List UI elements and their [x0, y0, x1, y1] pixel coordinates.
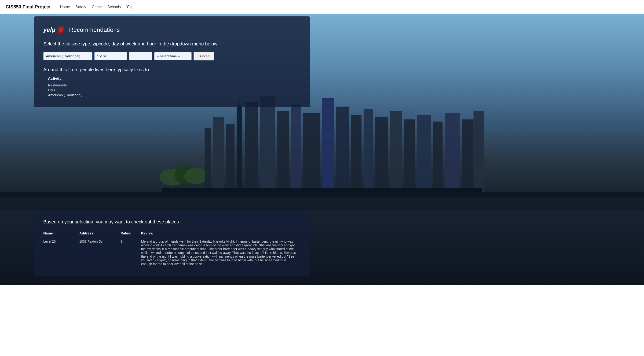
nav-item-crime[interactable]: Crime	[92, 5, 102, 9]
svg-rect-12	[291, 105, 301, 192]
col-header-rating: Rating	[120, 229, 141, 237]
cell-rating: 3	[120, 237, 141, 268]
svg-rect-10	[260, 96, 275, 192]
svg-rect-19	[390, 111, 402, 192]
yelp-header: yelp Recommendations	[43, 25, 301, 35]
col-header-review: Review	[141, 229, 301, 237]
svg-point-2	[184, 168, 208, 184]
svg-rect-24	[462, 119, 474, 192]
hero-area: yelp Recommendations Select the cuisine …	[0, 14, 644, 192]
nav-item-home[interactable]: Home	[60, 5, 70, 9]
table-header: Name Address Rating Review	[43, 229, 301, 237]
cell-name: Level 20	[43, 237, 79, 268]
time-select[interactable]: -- select time -- 0123 4567 891011 12131…	[154, 52, 192, 60]
svg-rect-26	[162, 188, 482, 192]
svg-rect-6	[236, 107, 242, 192]
col-header-name: Name	[43, 229, 79, 237]
instruction-text: Select the cuisine type, zipcode, day of…	[43, 41, 301, 47]
svg-rect-9	[245, 102, 258, 192]
svg-rect-20	[404, 119, 415, 192]
cuisine-select[interactable]: American (Traditional) Italian Chinese M…	[43, 52, 92, 60]
zipcode-select[interactable]: 15102 15103 15201 15202 15203	[94, 52, 127, 60]
nav-links: Home Safety Crime Schools Yelp	[60, 5, 134, 9]
recommendations-title: Based on your selection, you may want to…	[43, 219, 301, 225]
yelp-burst-icon	[56, 25, 66, 35]
svg-rect-15	[336, 107, 349, 192]
svg-rect-13	[303, 113, 320, 192]
navigation: CIS550 Final Project Home Safety Crime S…	[0, 0, 644, 14]
activity-table: Activity Restaurants Bars American (Trad…	[43, 77, 301, 97]
nav-link-safety[interactable]: Safety	[76, 5, 86, 9]
svg-rect-16	[351, 115, 362, 192]
table-body: Level 20 1033 Paxton Dr 3 Me and a group…	[43, 237, 301, 268]
list-item: Bars	[48, 88, 301, 92]
nav-link-schools[interactable]: Schools	[108, 5, 121, 9]
results-section: Based on your selection, you may want to…	[34, 212, 310, 276]
activity-header: Activity	[48, 77, 301, 81]
nav-item-yelp[interactable]: Yelp	[126, 5, 134, 9]
cell-address: 1033 Paxton Dr	[79, 237, 120, 268]
svg-rect-23	[444, 113, 460, 192]
yelp-wordmark: yelp	[43, 26, 56, 34]
svg-rect-25	[474, 111, 484, 192]
nav-item-safety[interactable]: Safety	[76, 5, 86, 9]
day-select[interactable]: 0 1 2 3 4 5 6	[129, 52, 152, 60]
svg-rect-30	[0, 197, 644, 211]
svg-rect-22	[433, 122, 442, 192]
results-table: Name Address Rating Review Level 20 1033…	[43, 229, 301, 268]
nav-brand: CIS550 Final Project	[6, 4, 50, 10]
cell-review: Me and a group of friends went for their…	[141, 237, 301, 268]
activity-section: Around this time, people lives here typi…	[43, 67, 301, 97]
svg-rect-14	[322, 98, 334, 192]
svg-rect-3	[204, 128, 211, 192]
svg-rect-21	[417, 115, 431, 192]
svg-rect-17	[364, 109, 373, 192]
activity-list: Restaurants Bars American (Traditional)	[48, 83, 301, 97]
svg-rect-5	[226, 124, 234, 192]
nav-link-crime[interactable]: Crime	[92, 5, 102, 9]
list-item: American (Traditional)	[48, 93, 301, 97]
svg-rect-4	[213, 117, 224, 192]
yelp-logo: yelp	[43, 25, 66, 35]
filter-form: American (Traditional) Italian Chinese M…	[43, 52, 301, 61]
around-text: Around this time, people lives here typi…	[43, 67, 301, 72]
list-item: Restaurants	[48, 83, 301, 87]
svg-rect-11	[277, 111, 289, 192]
col-header-address: Address	[79, 229, 120, 237]
nav-item-schools[interactable]: Schools	[108, 5, 121, 9]
submit-button[interactable]: Submit	[194, 52, 214, 61]
yelp-title: Recommendations	[69, 26, 120, 34]
nav-link-home[interactable]: Home	[60, 5, 70, 9]
skyline-bottom	[0, 192, 644, 211]
svg-rect-18	[375, 117, 388, 192]
table-row: Level 20 1033 Paxton Dr 3 Me and a group…	[43, 237, 301, 268]
nav-link-yelp[interactable]: Yelp	[126, 5, 134, 9]
content-card: yelp Recommendations Select the cuisine …	[34, 17, 310, 107]
table-header-row: Name Address Rating Review	[43, 229, 301, 237]
